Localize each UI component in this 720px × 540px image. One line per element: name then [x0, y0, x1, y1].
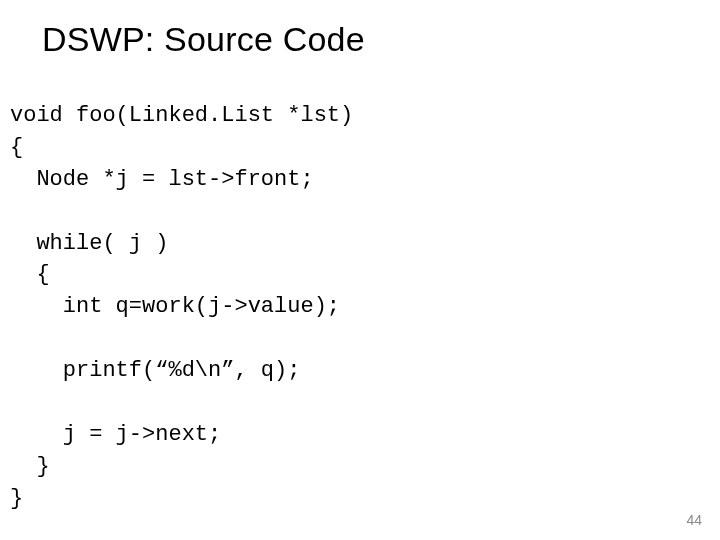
code-line: int q=work(j->value);: [10, 294, 340, 319]
code-line: void foo(Linked.List *lst): [10, 103, 353, 128]
slide: DSWP: Source Code void foo(Linked.List *…: [0, 0, 720, 540]
page-number: 44: [686, 512, 702, 528]
code-line: {: [10, 262, 50, 287]
code-line: while( j ): [10, 231, 168, 256]
code-line: }: [10, 454, 50, 479]
code-block: void foo(Linked.List *lst) { Node *j = l…: [10, 100, 353, 515]
code-line: printf(“%d\n”, q);: [10, 358, 300, 383]
code-line: }: [10, 486, 23, 511]
code-line: {: [10, 135, 23, 160]
code-line: Node *j = lst->front;: [10, 167, 314, 192]
code-line: j = j->next;: [10, 422, 221, 447]
slide-title: DSWP: Source Code: [42, 20, 365, 59]
